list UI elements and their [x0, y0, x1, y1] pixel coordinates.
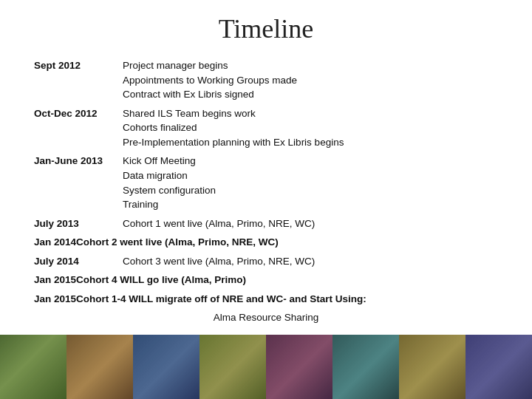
- table-row: Oct-Dec 2012Shared ILS Team begins workC…: [30, 104, 502, 152]
- photo-1: [0, 335, 66, 399]
- date-cell: Oct-Dec 2012: [30, 104, 118, 152]
- date-cell: Sept 2012: [30, 56, 118, 104]
- event-cell: Cohort 1 went live (Alma, Primo, NRE, WC…: [118, 214, 502, 233]
- inline-event-cell: Jan 2015Cohort 4 WILL go live (Alma, Pri…: [30, 270, 502, 290]
- event-cell: Cohort 3 went live (Alma, Primo, NRE, WC…: [118, 252, 502, 271]
- content-area: Timeline Sept 2012Project manager begins…: [0, 0, 532, 335]
- timeline-table: Sept 2012Project manager beginsAppointme…: [30, 56, 502, 327]
- page-title: Timeline: [30, 13, 502, 44]
- table-row: Jan 2015Cohort 1-4 WILL migrate off of N…: [30, 290, 502, 309]
- photo-5: [266, 335, 332, 399]
- photo-strip: [0, 335, 532, 399]
- event-cell: Shared ILS Team begins workCohorts final…: [118, 104, 502, 152]
- inline-event-cell: Jan 2015Cohort 1-4 WILL migrate off of N…: [30, 290, 502, 309]
- table-row: Jan 2014Cohort 2 went live (Alma, Primo,…: [30, 233, 502, 252]
- photo-2: [66, 335, 133, 399]
- table-row: July 2013Cohort 1 went live (Alma, Primo…: [30, 214, 502, 233]
- table-row: Alma Resource Sharing: [30, 308, 502, 327]
- photo-7: [399, 335, 466, 399]
- inline-event-cell: Jan 2014Cohort 2 went live (Alma, Primo,…: [30, 233, 502, 252]
- photo-4: [200, 335, 266, 399]
- event-cell: Alma Resource Sharing: [30, 308, 502, 327]
- table-row: Jan 2015Cohort 4 WILL go live (Alma, Pri…: [30, 270, 502, 290]
- event-cell: Kick Off MeetingData migrationSystem con…: [118, 151, 502, 214]
- photo-6: [332, 335, 399, 399]
- date-cell: Jan-June 2013: [30, 151, 118, 214]
- photo-8: [466, 335, 532, 399]
- table-row: July 2014Cohort 3 went live (Alma, Primo…: [30, 252, 502, 271]
- photo-3: [133, 335, 200, 399]
- table-row: Jan-June 2013Kick Off MeetingData migrat…: [30, 151, 502, 214]
- event-cell: Project manager beginsAppointments to Wo…: [118, 56, 502, 104]
- page: Timeline Sept 2012Project manager begins…: [0, 0, 532, 399]
- date-cell: July 2013: [30, 214, 118, 233]
- table-row: Sept 2012Project manager beginsAppointme…: [30, 56, 502, 104]
- date-cell: July 2014: [30, 252, 118, 271]
